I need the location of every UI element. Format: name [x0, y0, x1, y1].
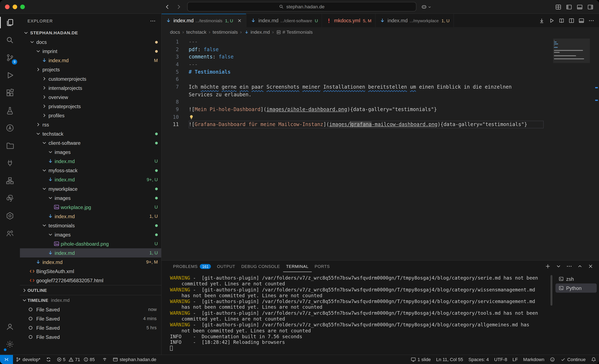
- close-window-button[interactable]: [5, 5, 9, 9]
- panel-tab-terminal[interactable]: TERMINAL: [283, 261, 312, 272]
- run-icon[interactable]: [549, 18, 555, 24]
- timeline-entry[interactable]: File Saved now: [20, 305, 161, 314]
- tree-item-images[interactable]: images: [20, 193, 161, 202]
- breadcrumb-testimonials[interactable]: testimonials: [212, 29, 238, 35]
- activity-testing[interactable]: [0, 102, 20, 119]
- status-indentation[interactable]: Spaces: 4: [466, 355, 492, 364]
- customize-layout-icon[interactable]: [555, 4, 562, 10]
- terminal-instance-zsh[interactable]: zsh: [555, 274, 597, 284]
- terminal-scrollbar[interactable]: [551, 275, 552, 306]
- tree-item-myfoss-stack[interactable]: myfoss-stack: [20, 166, 161, 175]
- terminal[interactable]: WARNING - [git-authors-plugin] /var/fold…: [162, 272, 555, 355]
- live-reload-status[interactable]: [99, 355, 110, 364]
- tree-item-customerprojects[interactable]: customerprojects: [20, 74, 161, 83]
- split-editor-icon[interactable]: [568, 18, 574, 24]
- code-action-lightbulb-icon[interactable]: [189, 114, 194, 120]
- activity-python[interactable]: [0, 189, 20, 207]
- breadcrumb-index-md[interactable]: index.md: [244, 29, 270, 35]
- activity-people[interactable]: [0, 225, 20, 242]
- tree-item-stephan-hadan-de[interactable]: STEPHAN.HADAN.DE: [20, 28, 161, 37]
- activity-folder[interactable]: [0, 137, 20, 154]
- forward-icon[interactable]: [176, 4, 182, 10]
- overview-ruler[interactable]: [594, 37, 599, 260]
- live-preview-host[interactable]: stephan.hadan.de: [110, 355, 159, 364]
- tree-item-myworkplace[interactable]: myworkplace: [20, 184, 161, 193]
- back-icon[interactable]: [164, 4, 170, 10]
- tree-item-index-md[interactable]: index.md M: [20, 56, 161, 65]
- tree-item-googlef727264f56832057-html[interactable]: googlef727264f56832057.html: [20, 276, 161, 285]
- breadcrumb-testimonials[interactable]: # Testimonials: [276, 29, 313, 35]
- status-cursor-position[interactable]: Ln 11, Col 55: [433, 355, 466, 364]
- tab-index-md-0[interactable]: index.md .../testimonials 1, U: [162, 14, 247, 27]
- tree-item-index-md[interactable]: index.md 1, U: [20, 212, 161, 221]
- panel-tab-problems[interactable]: PROBLEMS 161: [170, 261, 214, 272]
- tree-item-client-software[interactable]: client-software: [20, 138, 161, 147]
- activity-run-debug[interactable]: [0, 67, 20, 84]
- new-terminal-icon[interactable]: [545, 263, 551, 269]
- activity-org-chart[interactable]: [0, 172, 20, 189]
- tab-mkdocs-yml-2[interactable]: mkdocs.yml 5, M: [322, 14, 376, 27]
- tree-item-bingsiteauth-xml[interactable]: BingSiteAuth.xml: [20, 267, 161, 276]
- activity-extensions[interactable]: [0, 84, 20, 101]
- maximize-panel-icon[interactable]: [577, 263, 583, 269]
- activity-settings[interactable]: [0, 336, 20, 353]
- panel-more-actions-icon[interactable]: [566, 263, 572, 269]
- breadcrumb-docs[interactable]: docs: [170, 29, 180, 35]
- panel-tab-output[interactable]: OUTPUT: [214, 261, 238, 272]
- tree-item-privateprojects[interactable]: privateprojects: [20, 102, 161, 111]
- status-feedback[interactable]: [547, 355, 558, 364]
- tree-item-internalprojects[interactable]: internalprojects: [20, 83, 161, 92]
- terminal-instance-python[interactable]: Python: [555, 284, 597, 293]
- status-notifications[interactable]: [588, 355, 599, 364]
- tree-item-images[interactable]: images: [20, 147, 161, 157]
- tree-item-projects[interactable]: projects: [20, 65, 161, 74]
- tree-item-index-md[interactable]: index.md 9+, M: [20, 257, 161, 267]
- activity-plug[interactable]: [0, 154, 20, 172]
- minimap[interactable]: [553, 39, 590, 96]
- activity-account[interactable]: [0, 318, 20, 335]
- minimize-window-button[interactable]: [13, 5, 17, 9]
- launch-profile-icon[interactable]: [555, 263, 562, 269]
- toggle-panel-icon[interactable]: [577, 4, 583, 10]
- copilot-menu[interactable]: [421, 4, 432, 10]
- activity-search[interactable]: [0, 31, 20, 49]
- status-language-mode[interactable]: Markdown: [520, 355, 547, 364]
- tab-index-md-1[interactable]: index.md .../client-software U: [247, 14, 322, 27]
- more-actions-icon[interactable]: [588, 18, 594, 24]
- status-eol[interactable]: LF: [510, 355, 520, 364]
- tree-item-testimonials[interactable]: testimonials: [20, 221, 161, 230]
- timeline-entry[interactable]: File Saved 5 hrs: [20, 323, 161, 332]
- timeline-entry[interactable]: File Saved 4 mins: [20, 314, 161, 323]
- zoom-window-button[interactable]: [20, 5, 25, 9]
- breadcrumb-techstack[interactable]: techstack: [186, 29, 207, 35]
- tree-item-rss[interactable]: rss: [20, 120, 161, 129]
- tree-item-imprint[interactable]: imprint: [20, 47, 161, 56]
- timeline-section[interactable]: TIMELINE index.md: [20, 295, 161, 305]
- tree-item-index-md[interactable]: index.md 1, U: [20, 248, 161, 257]
- activity-hexagon[interactable]: [0, 207, 20, 225]
- toggle-secondary-sidebar-icon[interactable]: [587, 4, 594, 10]
- toggle-panel-icon[interactable]: [578, 18, 584, 24]
- tree-item-techstack[interactable]: techstack: [20, 129, 161, 138]
- tree-item-workplace-jpg[interactable]: workplace.jpg U: [20, 202, 161, 212]
- activity-letter-a[interactable]: [0, 119, 20, 137]
- outline-section[interactable]: OUTLINE: [20, 285, 161, 295]
- activity-source-control[interactable]: 9: [0, 49, 20, 66]
- sync-changes[interactable]: [43, 355, 54, 364]
- explorer-more-actions-icon[interactable]: [150, 18, 156, 24]
- problems-status[interactable]: 5 71 85: [54, 355, 99, 364]
- arrow-down-icon[interactable]: [539, 18, 545, 24]
- status-slide-count[interactable]: 1 slide: [408, 355, 433, 364]
- tree-item-index-md[interactable]: index.md 9+, U: [20, 175, 161, 184]
- tab-index-md-3[interactable]: index.md .../myworkplace 1, U: [376, 14, 454, 27]
- tree-item-images[interactable]: images: [20, 230, 161, 239]
- git-branch-status[interactable]: develop*: [13, 355, 43, 364]
- panel-tab-debug-console[interactable]: DEBUG CONSOLE: [238, 261, 283, 272]
- close-panel-icon[interactable]: [588, 263, 594, 269]
- panel-tab-ports[interactable]: PORTS: [312, 261, 333, 272]
- command-center[interactable]: stephan.hadan.de: [187, 2, 416, 11]
- status-encoding[interactable]: UTF-8: [492, 355, 510, 364]
- activity-explorer[interactable]: [0, 14, 20, 31]
- toggle-primary-sidebar-icon[interactable]: [566, 4, 572, 10]
- timeline-entry[interactable]: File Saved: [20, 332, 161, 342]
